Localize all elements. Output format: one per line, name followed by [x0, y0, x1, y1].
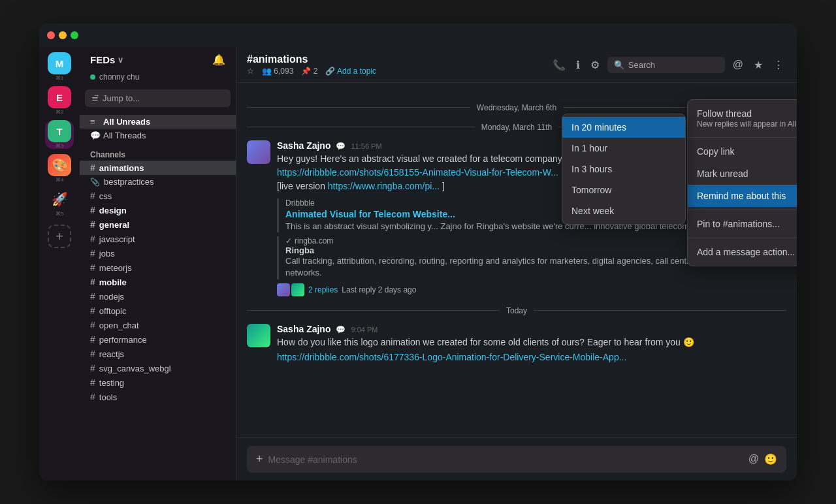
channel-item-open-chat[interactable]: # open_chat	[80, 318, 236, 332]
hash-icon: #	[90, 219, 95, 230]
hash-icon: #	[90, 291, 95, 302]
maximize-button[interactable]	[71, 31, 78, 39]
channel-item-nodejs[interactable]: # nodejs	[80, 289, 236, 304]
sidebar: FEDs ∨ 🔔 chonny chu ≡⃗ Jump to... ≡ All …	[80, 24, 236, 480]
channel-item-offtopic[interactable]: # offtopic	[80, 304, 236, 318]
hash-icon: #	[90, 277, 95, 287]
remind-submenu: In 20 minutes In 1 hour In 3 hours Tomor…	[562, 114, 686, 225]
hash-icon: #	[90, 205, 95, 215]
remind-item-3hr[interactable]: In 3 hours	[562, 159, 685, 180]
channel-item-testing[interactable]: # testing	[80, 375, 236, 390]
ctx-divider-3	[688, 238, 797, 238]
jump-to-icon: ≡⃗	[91, 93, 99, 103]
ctx-add-action[interactable]: Add a message action... ↗	[688, 241, 797, 263]
workspace-rocket[interactable]: 🚀 ⌘5	[45, 188, 74, 217]
hash-icon: #	[90, 306, 95, 316]
remind-item-1hr[interactable]: In 1 hour	[562, 138, 685, 159]
channel-item-animations[interactable]: # animations	[80, 161, 236, 175]
workspace-name[interactable]: FEDs ∨	[90, 54, 123, 65]
workspace-e[interactable]: E ⌘2	[45, 86, 74, 115]
hash-icon: #	[90, 320, 95, 330]
notification-bell-icon[interactable]: 🔔	[212, 54, 225, 66]
main-content: #animations ☆ 👥 6,093 📌 2 🔗 Add a topic …	[236, 24, 797, 480]
ctx-follow-thread[interactable]: Follow thread New replies will appear in…	[688, 102, 797, 134]
close-button[interactable]	[47, 31, 55, 39]
remind-item-20min[interactable]: In 20 minutes	[562, 117, 685, 138]
workspace-custom[interactable]: 🎨 ⌘4	[45, 154, 74, 183]
sidebar-item-all-threads[interactable]: 💬 All Threads	[80, 129, 236, 142]
channel-item-svg[interactable]: # svg_canvas_webgl	[80, 361, 236, 375]
unreads-icon: ≡	[90, 117, 99, 127]
ctx-divider-2	[688, 210, 797, 210]
workspace-m[interactable]: M ⌘1	[45, 52, 74, 81]
sidebar-item-all-unreads[interactable]: ≡ All Unreads	[80, 115, 236, 129]
add-workspace-button[interactable]: +	[48, 225, 71, 248]
channel-item-css[interactable]: # css	[80, 189, 236, 203]
channel-item-meteorjs[interactable]: # meteorjs	[80, 260, 236, 275]
channel-item-bestpractices[interactable]: 📎 bestpractices	[80, 175, 236, 189]
hash-icon: #	[90, 191, 95, 201]
hash-icon: #	[90, 363, 95, 373]
minimize-button[interactable]	[59, 31, 67, 39]
sidebar-header: FEDs ∨ 🔔	[80, 47, 236, 71]
icon-rail: M ⌘1 E ⌘2 T ⌘3 🎨 ⌘4 🚀 ⌘5 +	[39, 24, 80, 480]
jump-to-button[interactable]: ≡⃗ Jump to...	[85, 89, 231, 107]
hash-icon: #	[90, 349, 95, 359]
context-menu: Follow thread New replies will appear in…	[687, 99, 797, 266]
channel-item-design[interactable]: # design	[80, 203, 236, 217]
hash-icon: #	[90, 377, 95, 388]
ctx-remind[interactable]: Remind me about this ›	[688, 185, 797, 207]
ctx-copy-link[interactable]: Copy link	[688, 140, 797, 163]
channels-list: # animations 📎 bestpractices # css # des…	[80, 161, 236, 404]
hash-icon: #	[90, 334, 95, 345]
ctx-divider-1	[688, 137, 797, 138]
channel-item-mobile[interactable]: # mobile	[80, 275, 236, 289]
chevron-down-icon: ∨	[118, 55, 123, 65]
hash-icon: #	[90, 248, 95, 259]
remind-item-tomorrow[interactable]: Tomorrow	[562, 180, 685, 200]
context-overlay: ⋯ Follow thread New replies will appear …	[236, 24, 797, 480]
workspace-t[interactable]: T ⌘3	[45, 120, 74, 149]
hash-icon: #	[90, 392, 95, 402]
status-dot	[90, 74, 95, 80]
hash-icon: #	[90, 163, 95, 173]
remind-item-next-week[interactable]: Next week	[562, 200, 685, 221]
channel-item-tools[interactable]: # tools	[80, 390, 236, 404]
hash-icon: #	[90, 234, 95, 244]
ctx-mark-unread[interactable]: Mark unread	[688, 163, 797, 185]
threads-icon: 💬	[90, 131, 99, 140]
channel-item-performance[interactable]: # performance	[80, 332, 236, 347]
ctx-pin[interactable]: Pin to #animations...	[688, 213, 797, 235]
channel-item-reactjs[interactable]: # reactjs	[80, 347, 236, 361]
clip-icon: 📎	[90, 178, 100, 187]
channel-item-jobs[interactable]: # jobs	[80, 246, 236, 260]
hash-icon: #	[90, 262, 95, 273]
user-status: chonny chu	[80, 71, 236, 87]
channel-item-javascript[interactable]: # javascript	[80, 232, 236, 246]
nav-section: ≡ All Unreads 💬 All Threads	[80, 112, 236, 145]
channels-section-label: Channels	[80, 145, 236, 161]
channel-item-general[interactable]: # general	[80, 217, 236, 232]
